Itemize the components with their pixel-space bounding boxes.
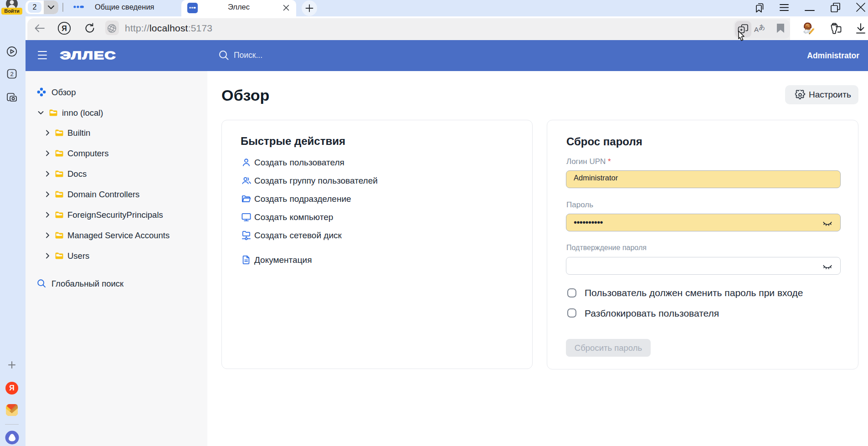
- svg-text:A: A: [754, 26, 759, 33]
- svg-text:2: 2: [10, 71, 13, 77]
- svg-text:あ: あ: [759, 23, 765, 31]
- svg-text:Я: Я: [62, 25, 67, 32]
